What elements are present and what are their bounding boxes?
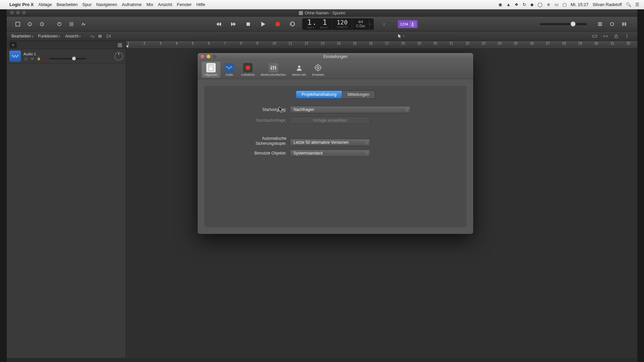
listtool-button[interactable] xyxy=(595,19,605,29)
pref-tab-aufnahme[interactable]: Aufnahme xyxy=(238,62,258,78)
lcd-display[interactable]: 1. 1 TAKT BEAT 120 TEMPO 4/4 C-Dur ▾ xyxy=(302,18,374,30)
lcd-expand-icon[interactable]: ▾ xyxy=(369,19,373,29)
svg-text:?: ? xyxy=(41,23,43,26)
pref-tab-meine-info[interactable]: Meine Info xyxy=(289,62,309,78)
flex-icon[interactable] xyxy=(98,34,103,39)
status-dropbox-icon[interactable]: ❖ xyxy=(515,2,519,7)
add-track-button[interactable]: + xyxy=(9,42,17,48)
seg-projekthandhabung[interactable]: Projekthandhabung xyxy=(296,90,342,99)
timeline-ruler[interactable]: 1 2 3 4 5 6 7 8 9 10 11 12 13 14 15 16 1… xyxy=(126,41,637,49)
editors-button[interactable] xyxy=(78,19,89,29)
menu-hilfe[interactable]: Hilfe xyxy=(196,2,205,7)
pref-tab-audio[interactable]: Audio xyxy=(221,62,238,78)
status-sync-icon[interactable]: ↻ xyxy=(523,2,526,7)
status-record-icon[interactable]: ◉ xyxy=(498,2,502,7)
status-cloud-icon[interactable]: ▲ xyxy=(506,2,511,7)
rewind-button[interactable] xyxy=(213,19,224,29)
status-bluetooth-icon[interactable]: ⧺ xyxy=(547,2,550,7)
menu-ablage[interactable]: Ablage xyxy=(38,2,52,7)
menu-ansicht[interactable]: Ansicht xyxy=(158,2,172,7)
track-pan-knob[interactable] xyxy=(114,52,123,61)
play-button[interactable] xyxy=(257,19,269,29)
document-icon xyxy=(299,11,303,15)
window-titlebar: Ohne Namen - Spuren xyxy=(7,9,637,17)
track-volume-slider[interactable] xyxy=(49,58,86,59)
pref-traffic-lights[interactable] xyxy=(201,55,216,58)
window-traffic-lights[interactable] xyxy=(10,11,26,14)
pref-titlebar[interactable]: Einstellungen xyxy=(198,53,473,60)
macos-menubar: Logic Pro X Ablage Bearbeiten Spur Navig… xyxy=(0,0,644,9)
metronome-icon[interactable] xyxy=(410,21,416,27)
menubar-clock[interactable]: Mi. 15:27 xyxy=(571,2,588,7)
status-battery-icon[interactable]: ▭ xyxy=(554,2,558,7)
select-startvorgang[interactable]: Nachfragen xyxy=(290,106,411,113)
close-icon[interactable] xyxy=(201,55,204,58)
menubar-user[interactable]: Silvan Radeloff xyxy=(593,2,622,7)
svg-rect-13 xyxy=(598,24,602,24)
notes-button[interactable] xyxy=(607,19,617,29)
notification-center-icon[interactable]: ☰ xyxy=(635,2,639,7)
status-airplay-icon[interactable]: ▢ xyxy=(562,2,567,7)
loops-button[interactable] xyxy=(619,19,629,29)
svg-rect-21 xyxy=(593,35,597,37)
inspector-button[interactable]: i xyxy=(25,19,35,29)
pref-tab-erweitert[interactable]: Erweitert xyxy=(310,62,327,78)
select-benutzte-objekte[interactable]: Systemstandard xyxy=(290,149,370,157)
pref-tab-allgemein[interactable]: Allgemein xyxy=(202,62,220,78)
track-input-icon[interactable]: 🎧 xyxy=(23,57,29,61)
menu-navigieren[interactable]: Navigieren xyxy=(96,2,117,7)
menu-bearbeiten[interactable]: Bearbeiten xyxy=(57,2,78,7)
secondary-toolbar: Bearbeiten Funktionen Ansicht ▾ xyxy=(7,32,637,41)
pref-toolbar: Allgemein Audio Aufnahme Bedienoberfläch… xyxy=(198,60,473,79)
track-row[interactable]: Audio 1 🎧 M 🔒 xyxy=(7,49,126,64)
minimize-icon[interactable] xyxy=(207,55,210,58)
forward-button[interactable] xyxy=(228,19,239,29)
snap-icon[interactable] xyxy=(592,34,597,39)
menu-spur[interactable]: Spur xyxy=(83,2,92,7)
seg-mitteilungen[interactable]: Mitteilungen xyxy=(342,90,375,99)
app-name[interactable]: Logic Pro X xyxy=(9,2,34,7)
lcd-key: C-Dur xyxy=(356,24,365,28)
lock-icon[interactable] xyxy=(614,34,619,39)
countin-button[interactable]: 1234 xyxy=(398,20,417,28)
menu-mix[interactable]: Mix xyxy=(147,2,153,7)
smartcontrols-button[interactable] xyxy=(54,19,64,29)
spotlight-icon[interactable]: 🔍 xyxy=(626,2,631,7)
track-record-enable[interactable] xyxy=(43,57,46,60)
catch-icon[interactable] xyxy=(106,34,111,39)
library-button[interactable] xyxy=(13,19,23,29)
pref-segmented-control: Projekthandhabung Mitteilungen xyxy=(211,90,460,99)
zoom-h-icon[interactable] xyxy=(603,34,608,39)
cursor-tool[interactable]: ▾ xyxy=(398,34,405,39)
tuner-button[interactable] xyxy=(379,19,389,29)
svg-rect-10 xyxy=(247,22,250,26)
automation-icon[interactable] xyxy=(90,34,95,39)
global-tracks-button[interactable]: ▦ xyxy=(116,42,123,48)
svg-text:i: i xyxy=(30,23,30,26)
button-vorlage-auswaehlen[interactable]: Vorlage auswählen xyxy=(290,117,370,124)
select-auto-sicherung[interactable]: Letzte 50 alternative Versionen xyxy=(290,139,370,146)
edit-menu[interactable]: Bearbeiten xyxy=(11,34,34,39)
track-mute-icon[interactable]: M xyxy=(30,57,35,61)
quickhelp-button[interactable]: ? xyxy=(37,19,47,29)
stop-button[interactable] xyxy=(243,19,254,29)
mixer-button[interactable] xyxy=(66,19,76,29)
functions-menu[interactable]: Funktionen xyxy=(38,34,61,39)
record-button[interactable] xyxy=(272,19,283,29)
cycle-button[interactable] xyxy=(287,19,298,29)
pref-tab-bedienoberflachen[interactable]: Bedienoberflächen xyxy=(258,62,289,78)
svg-rect-23 xyxy=(615,36,618,38)
menu-aufnahme[interactable]: Aufnahme xyxy=(122,2,142,7)
zoom-v-icon[interactable] xyxy=(625,34,629,39)
view-menu[interactable]: Ansicht xyxy=(65,34,81,39)
svg-rect-25 xyxy=(209,65,213,71)
lcd-tempo: 120 xyxy=(337,19,348,25)
status-circle-icon[interactable]: ◯ xyxy=(538,2,543,7)
status-diamond-icon[interactable]: ◆ xyxy=(530,2,534,7)
master-volume-slider[interactable] xyxy=(540,23,587,25)
track-solo-icon[interactable]: 🔒 xyxy=(36,57,41,61)
menu-fenster[interactable]: Fenster xyxy=(177,2,192,7)
svg-rect-32 xyxy=(271,68,272,69)
lcd-position: 1. 1 xyxy=(307,19,328,26)
main-toolbar: i ? 1. 1 TAKT BEAT 120 TEMPO xyxy=(7,17,637,32)
